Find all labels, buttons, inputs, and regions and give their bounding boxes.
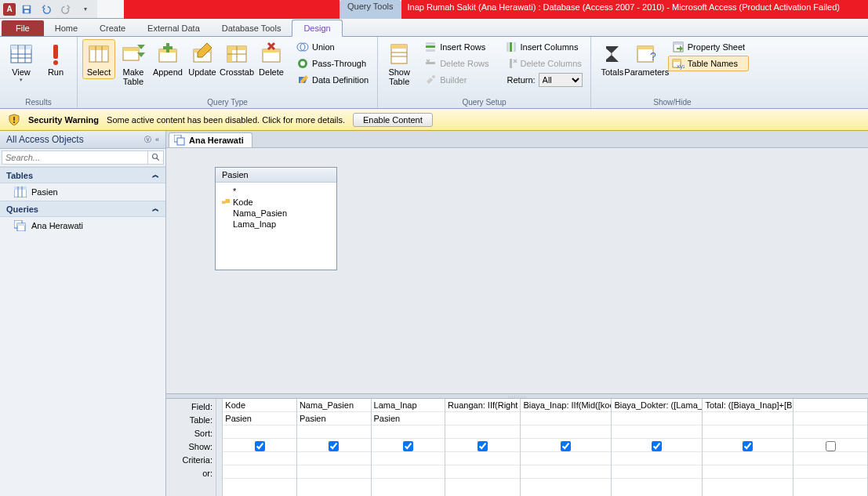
grid-cell[interactable] (521, 425, 611, 439)
grid-cell[interactable] (372, 452, 445, 465)
grid-column[interactable]: Biaya_Dokter: ([Lama_ (612, 399, 703, 496)
navsection-queries[interactable]: Queries︽ (0, 201, 165, 217)
show-checkbox[interactable] (403, 441, 413, 451)
field-lama-inap[interactable]: Lama_Inap (222, 219, 330, 230)
grid-cell[interactable]: Pasien (372, 412, 445, 425)
tab-database-tools[interactable]: Database Tools (211, 20, 292, 36)
undo-button[interactable] (38, 2, 55, 17)
show-checkbox[interactable] (329, 441, 339, 451)
grid-cell[interactable] (703, 452, 793, 465)
grid-cell[interactable] (297, 465, 371, 479)
grid-cell[interactable] (223, 439, 296, 452)
grid-cell[interactable] (703, 425, 793, 439)
grid-cell[interactable] (521, 412, 611, 425)
passthrough-button[interactable]: Pass-Through (292, 56, 372, 71)
grid-cell[interactable]: Total: ([Biaya_Inap]+[B (703, 399, 793, 412)
grid-cell[interactable] (297, 425, 371, 439)
grid-cell[interactable] (372, 439, 445, 452)
grid-cell[interactable]: Biaya_Inap: IIf(Mid([kode (521, 399, 611, 412)
table-names-button[interactable]: xyzTable Names (668, 56, 749, 71)
show-table-button[interactable]: Show Table (383, 39, 416, 89)
grid-cell[interactable] (297, 439, 371, 452)
table-diagram-pane[interactable]: Pasien * Kode Nama_Pasien Lama_Inap (166, 148, 868, 393)
navpane-header[interactable]: All Access Objects ⓥ « (0, 131, 165, 149)
tab-design[interactable]: Design (292, 20, 342, 37)
parameters-button[interactable]: ? Parameters (630, 39, 663, 79)
show-checkbox[interactable] (561, 441, 571, 451)
field-kode[interactable]: Kode (222, 197, 330, 208)
tab-external-data[interactable]: External Data (136, 20, 211, 36)
grid-cell[interactable] (372, 425, 445, 439)
tab-create[interactable]: Create (89, 20, 136, 36)
qat-customize-dropdown[interactable]: ▾ (77, 2, 94, 17)
grid-cell[interactable] (445, 439, 520, 452)
grid-cell[interactable] (445, 412, 520, 425)
grid-cell[interactable] (703, 412, 793, 425)
grid-cell[interactable]: Pasien (297, 412, 371, 425)
data-definition-button[interactable]: Data Definition (292, 72, 372, 88)
grid-cell[interactable] (612, 439, 702, 452)
make-table-button[interactable]: Make Table (117, 39, 150, 89)
navitem-table-pasien[interactable]: Pasien (0, 183, 165, 201)
navitem-query-ana[interactable]: Ana Herawati (0, 217, 165, 234)
grid-cell[interactable] (612, 452, 702, 465)
update-button[interactable]: Update (186, 39, 219, 79)
grid-cell[interactable] (612, 412, 702, 425)
show-checkbox[interactable] (255, 441, 265, 451)
insert-columns-button[interactable]: Insert Columns (501, 39, 586, 55)
select-query-button[interactable]: Select (82, 39, 115, 79)
grid-cell[interactable] (297, 452, 371, 465)
grid-cell[interactable]: Biaya_Dokter: ([Lama_ (612, 399, 702, 412)
grid-cell[interactable] (521, 465, 611, 479)
tablebox-pasien[interactable]: Pasien * Kode Nama_Pasien Lama_Inap (215, 167, 337, 270)
search-icon[interactable] (148, 150, 164, 165)
doctab-ana-herawati[interactable]: Ana Herawati (169, 132, 252, 147)
grid-cell[interactable]: Kode (223, 399, 296, 412)
grid-cell[interactable] (612, 425, 702, 439)
tablebox-title[interactable]: Pasien (216, 168, 336, 183)
grid-column[interactable]: Lama_InapPasien (372, 399, 446, 496)
grid-column[interactable]: KodePasien (223, 399, 297, 496)
pane-splitter[interactable]: ::::::::: (166, 393, 868, 399)
grid-cell[interactable] (703, 465, 793, 479)
save-button[interactable] (18, 2, 35, 17)
show-checkbox[interactable] (652, 441, 662, 451)
delete-query-button[interactable]: Delete (255, 39, 288, 79)
grid-cell[interactable] (223, 425, 296, 439)
tab-file[interactable]: File (2, 20, 44, 36)
show-checkbox[interactable] (826, 441, 836, 451)
grid-cell[interactable]: Ruangan: IIf(Right▾ (445, 399, 520, 412)
grid-cell[interactable] (223, 465, 296, 479)
delete-rows-button[interactable]: Delete Rows (420, 56, 492, 71)
search-input[interactable] (2, 150, 148, 165)
grid-cell[interactable] (445, 465, 520, 479)
grid-cell[interactable]: Nama_Pasien (297, 399, 371, 412)
grid-cell[interactable] (521, 452, 611, 465)
grid-column[interactable]: Biaya_Inap: IIf(Mid([kode (521, 399, 612, 496)
property-sheet-button[interactable]: Property Sheet (668, 39, 749, 55)
union-button[interactable]: Union (292, 39, 372, 55)
crosstab-button[interactable]: Crosstab (220, 39, 253, 79)
grid-cell[interactable]: Lama_Inap (372, 399, 445, 412)
append-button[interactable]: Append (151, 39, 184, 79)
run-button[interactable]: Run (39, 39, 72, 79)
delete-columns-button[interactable]: Delete Columns (501, 56, 586, 71)
redo-button[interactable] (57, 2, 74, 17)
grid-cell[interactable] (445, 425, 520, 439)
grid-row-selector[interactable] (216, 399, 223, 496)
grid-column[interactable]: Ruangan: IIf(Right▾ (445, 399, 521, 496)
view-button[interactable]: View ▾ (5, 39, 38, 85)
grid-cell[interactable]: Pasien (223, 412, 296, 425)
grid-column[interactable]: Total: ([Biaya_Inap]+[B (703, 399, 794, 496)
enable-content-button[interactable]: Enable Content (353, 113, 433, 127)
show-checkbox[interactable] (478, 441, 488, 451)
grid-cell[interactable] (521, 439, 611, 452)
security-warning-text[interactable]: Some active content has been disabled. C… (107, 115, 345, 125)
builder-button[interactable]: Builder (420, 72, 492, 88)
grid-cell[interactable] (372, 465, 445, 479)
field-nama-pasien[interactable]: Nama_Pasien (222, 208, 330, 219)
show-checkbox[interactable] (743, 441, 753, 451)
grid-cell[interactable] (223, 452, 296, 465)
return-select[interactable]: All (539, 73, 583, 87)
grid-column-empty[interactable] (794, 399, 868, 496)
